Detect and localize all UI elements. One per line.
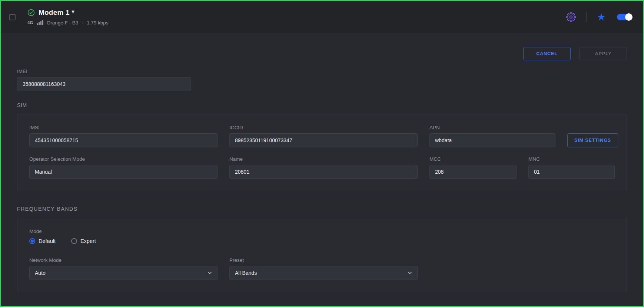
network-mode-label: Network Mode <box>29 257 218 263</box>
header-actions: ★ <box>566 11 633 23</box>
network-mode-field: Network Mode Auto <box>29 257 218 280</box>
radio-default[interactable]: Default <box>29 238 56 244</box>
imei-input[interactable] <box>17 77 191 91</box>
speed-value: 1.79 kbps <box>87 20 109 26</box>
frequency-bands-panel: Mode Default Expert Network Mode Auto <box>17 218 627 292</box>
modem-settings-form: CANCEL APPLY IMEI SIM IMSI ICCID APN <box>1 47 643 292</box>
network-mode-select[interactable]: Auto <box>29 266 218 280</box>
separator-dot: · <box>82 20 83 26</box>
chevron-down-icon <box>207 270 213 276</box>
preset-field: Preset All Bands <box>229 257 418 280</box>
toggle-knob <box>625 13 633 21</box>
radio-expert[interactable]: Expert <box>71 238 96 244</box>
chevron-down-icon <box>407 270 413 276</box>
header-divider <box>586 11 587 23</box>
modem-identity: Modem 1 * 4G Orange F - B3 · 1.79 kbps <box>27 9 108 26</box>
frequency-bands-section-title: FREQUENCY BANDS <box>17 206 627 212</box>
imsi-label: IMSI <box>29 125 218 130</box>
iccid-field: ICCID <box>229 125 418 147</box>
iccid-label: ICCID <box>229 125 418 130</box>
signal-strength-icon <box>37 20 43 25</box>
apn-label: APN <box>429 125 555 130</box>
imei-label: IMEI <box>17 69 191 74</box>
preset-label: Preset <box>229 257 418 263</box>
select-modem-checkbox[interactable] <box>9 14 16 20</box>
preset-select[interactable]: All Bands <box>229 266 418 280</box>
mcc-input[interactable] <box>429 165 517 179</box>
operator-name: Orange F - B3 <box>47 20 79 26</box>
mode-radio-group: Default Expert <box>29 238 615 244</box>
modem-enabled-toggle[interactable] <box>617 14 633 20</box>
sim-panel: IMSI ICCID APN SIM SETTINGS Operator Sel… <box>17 114 627 191</box>
imsi-field: IMSI <box>29 125 218 147</box>
network-type-label: 4G <box>27 20 33 25</box>
mode-label: Mode <box>29 228 615 234</box>
sim-settings-button[interactable]: SIM SETTINGS <box>567 133 618 147</box>
apn-input[interactable] <box>429 133 555 147</box>
imsi-input[interactable] <box>29 133 218 147</box>
imei-field: IMEI <box>17 69 191 91</box>
gear-icon[interactable] <box>566 12 576 22</box>
mnc-input[interactable] <box>528 165 615 179</box>
sim-section-title: SIM <box>17 102 627 108</box>
radio-default-dot <box>29 238 35 244</box>
network-mode-value: Auto <box>35 270 46 276</box>
apn-field: APN <box>429 125 555 147</box>
operator-selection-mode-label: Operator Selection Mode <box>29 156 218 162</box>
preset-value: All Bands <box>235 270 257 276</box>
radio-expert-dot <box>71 238 77 244</box>
operator-name-input[interactable] <box>229 165 418 179</box>
apply-button[interactable]: APPLY <box>580 47 627 60</box>
connection-status-row: 4G Orange F - B3 · 1.79 kbps <box>27 20 108 26</box>
radio-expert-label: Expert <box>80 238 96 244</box>
page-title: Modem 1 * <box>39 9 74 17</box>
cancel-button[interactable]: CANCEL <box>523 47 571 60</box>
mcc-field: MCC <box>429 156 517 179</box>
operator-selection-mode-field: Operator Selection Mode <box>29 156 218 179</box>
form-actions: CANCEL APPLY <box>17 47 627 60</box>
iccid-input[interactable] <box>229 133 418 147</box>
mnc-field: MNC <box>528 156 615 179</box>
star-icon[interactable]: ★ <box>597 12 606 22</box>
radio-default-label: Default <box>39 238 56 244</box>
mcc-label: MCC <box>429 156 517 162</box>
status-ok-icon <box>27 9 35 16</box>
operator-selection-mode-input[interactable] <box>29 165 218 179</box>
modem-config-page: Modem 1 * 4G Orange F - B3 · 1.79 kbps ★ <box>0 0 644 307</box>
operator-name-field: Name <box>229 156 418 179</box>
mnc-label: MNC <box>528 156 615 162</box>
operator-name-label: Name <box>229 156 418 162</box>
modem-header: Modem 1 * 4G Orange F - B3 · 1.79 kbps ★ <box>1 1 643 33</box>
